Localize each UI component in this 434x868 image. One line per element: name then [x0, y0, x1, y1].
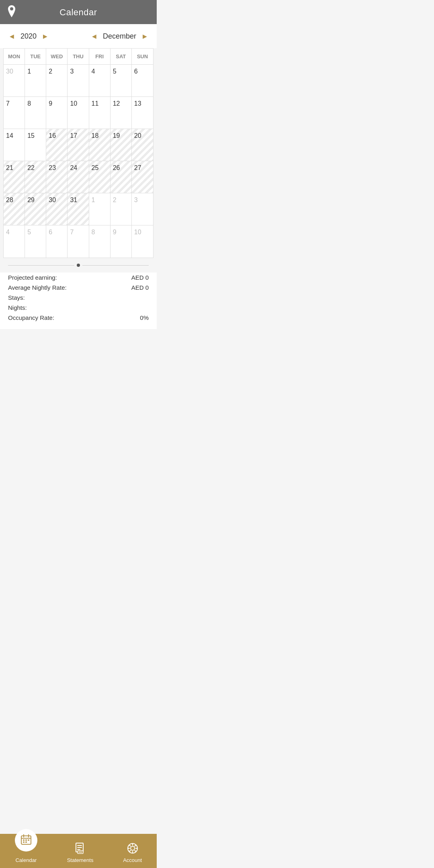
calendar-day[interactable]: 15 — [25, 129, 46, 161]
calendar-day[interactable]: 4 — [89, 65, 111, 97]
day-number: 10 — [134, 229, 141, 235]
avg-nightly-value: AED 0 — [131, 284, 149, 291]
calendar-day[interactable]: 24 — [68, 161, 89, 193]
calendar-day[interactable]: 30 — [46, 193, 68, 225]
day-number: 18 — [92, 132, 99, 139]
day-number: 1 — [27, 68, 31, 75]
calendar-day[interactable]: 29 — [25, 193, 46, 225]
calendar-day[interactable]: 28 — [4, 193, 25, 225]
year-label: 2020 — [20, 32, 37, 41]
year-navigation: ◀ 2020 ▶ — [8, 31, 49, 41]
stays-label: Stays: — [8, 294, 25, 301]
calendar-day[interactable]: 1 — [25, 65, 46, 97]
month-prev-button[interactable]: ◀ — [90, 31, 98, 41]
nights-row: Nights: — [8, 303, 149, 313]
calendar-day[interactable]: 1 — [89, 193, 111, 225]
day-number: 15 — [27, 132, 35, 139]
date-navigation: ◀ 2020 ▶ ◀ December ▶ — [0, 24, 157, 48]
year-next-button[interactable]: ▶ — [41, 31, 49, 41]
projected-earning-label: Projected earning: — [8, 274, 57, 281]
day-number: 5 — [113, 68, 117, 75]
day-number: 22 — [27, 164, 35, 171]
calendar-weekday-fri: FRI — [89, 49, 111, 64]
calendar-day[interactable]: 18 — [89, 129, 111, 161]
calendar-day[interactable]: 4 — [4, 225, 25, 258]
calendar-day[interactable]: 7 — [68, 225, 89, 258]
day-number: 23 — [49, 164, 56, 171]
nights-label: Nights: — [8, 304, 27, 311]
calendar-day[interactable]: 3 — [68, 65, 89, 97]
projected-earning-value: AED 0 — [131, 274, 149, 281]
avg-nightly-row: Average Nightly Rate: AED 0 — [8, 283, 149, 293]
calendar-day[interactable]: 21 — [4, 161, 25, 193]
avg-nightly-label: Average Nightly Rate: — [8, 284, 67, 291]
calendar-day[interactable]: 16 — [46, 129, 68, 161]
day-number: 3 — [134, 197, 138, 203]
calendar-day[interactable]: 5 — [25, 225, 46, 258]
app-header: Calendar — [0, 0, 157, 24]
day-number: 5 — [27, 229, 31, 235]
stays-row: Stays: — [8, 293, 149, 303]
year-prev-button[interactable]: ◀ — [8, 31, 16, 41]
day-number: 13 — [134, 100, 141, 107]
day-number: 2 — [113, 197, 117, 203]
occupancy-row: Occupancy Rate: 0% — [8, 313, 149, 323]
day-number: 31 — [70, 197, 77, 203]
day-number: 19 — [113, 132, 120, 139]
calendar-day[interactable]: 6 — [132, 65, 153, 97]
calendar-day[interactable]: 26 — [111, 161, 132, 193]
stats-section: Projected earning: AED 0 Average Nightly… — [0, 272, 157, 329]
calendar-day[interactable]: 14 — [4, 129, 25, 161]
day-number: 27 — [134, 164, 141, 171]
calendar-day[interactable]: 27 — [132, 161, 153, 193]
calendar-day[interactable]: 11 — [89, 97, 111, 129]
home-pin-icon — [6, 5, 17, 20]
calendar-day[interactable]: 9 — [111, 225, 132, 258]
day-number: 21 — [6, 164, 13, 171]
day-number: 4 — [6, 229, 10, 235]
calendar-day[interactable]: 8 — [89, 225, 111, 258]
page-title: Calendar — [59, 7, 97, 18]
calendar-day[interactable]: 10 — [132, 225, 153, 258]
day-number: 16 — [49, 132, 56, 139]
day-number: 12 — [113, 100, 120, 107]
day-number: 26 — [113, 164, 120, 171]
day-number: 2 — [49, 68, 52, 75]
calendar-day[interactable]: 8 — [25, 97, 46, 129]
day-number: 30 — [49, 197, 56, 203]
calendar-day[interactable]: 10 — [68, 97, 89, 129]
day-number: 14 — [6, 132, 13, 139]
calendar-grid: MONTUEWEDTHUFRISATSUN 301234567891011121… — [3, 48, 154, 258]
day-number: 29 — [27, 197, 35, 203]
day-number: 7 — [6, 100, 10, 107]
divider-dot — [77, 264, 80, 267]
day-number: 8 — [27, 100, 31, 107]
month-next-button[interactable]: ▶ — [141, 31, 149, 41]
calendar-day[interactable]: 22 — [25, 161, 46, 193]
day-number: 3 — [70, 68, 74, 75]
calendar-day[interactable]: 5 — [111, 65, 132, 97]
day-number: 20 — [134, 132, 141, 139]
calendar-day[interactable]: 30 — [4, 65, 25, 97]
calendar-day[interactable]: 13 — [132, 97, 153, 129]
divider-line-left — [8, 265, 74, 266]
occupancy-value: 0% — [140, 314, 149, 321]
calendar-day[interactable]: 23 — [46, 161, 68, 193]
calendar-day[interactable]: 3 — [132, 193, 153, 225]
day-number: 30 — [6, 68, 13, 75]
calendar-day[interactable]: 7 — [4, 97, 25, 129]
calendar-day[interactable]: 2 — [111, 193, 132, 225]
calendar-day[interactable]: 9 — [46, 97, 68, 129]
calendar-day[interactable]: 6 — [46, 225, 68, 258]
calendar-day[interactable]: 12 — [111, 97, 132, 129]
calendar-weekday-sun: SUN — [132, 49, 153, 64]
day-number: 6 — [134, 68, 138, 75]
calendar-day[interactable]: 31 — [68, 193, 89, 225]
calendar-day[interactable]: 19 — [111, 129, 132, 161]
calendar-day[interactable]: 2 — [46, 65, 68, 97]
calendar-weekday-tue: TUE — [25, 49, 46, 64]
calendar-day[interactable]: 20 — [132, 129, 153, 161]
month-label: December — [103, 32, 136, 41]
calendar-day[interactable]: 17 — [68, 129, 89, 161]
calendar-day[interactable]: 25 — [89, 161, 111, 193]
